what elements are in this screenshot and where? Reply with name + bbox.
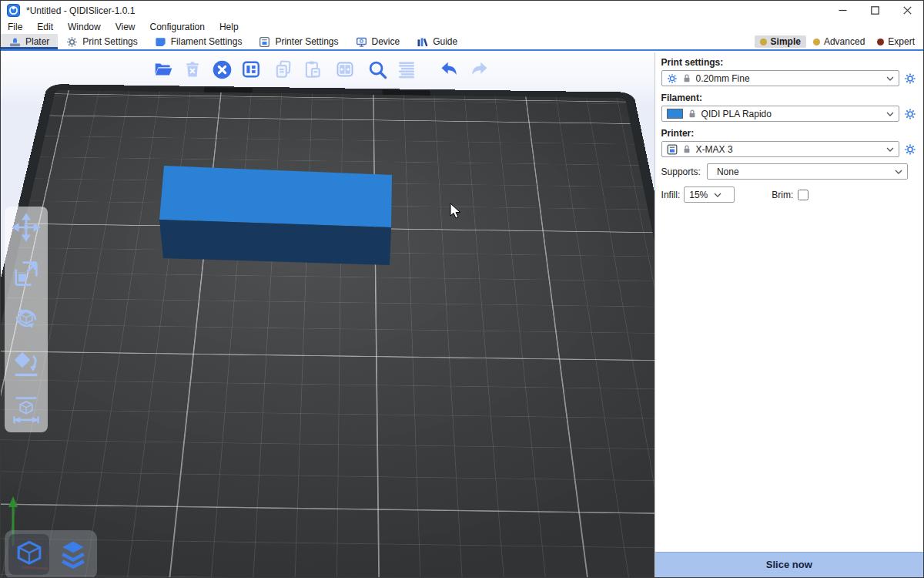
place-on-face-tool-button[interactable] — [11, 348, 42, 382]
edit-print-settings-button[interactable] — [903, 72, 917, 86]
maximize-button[interactable] — [859, 1, 891, 20]
infill-value: 15% — [689, 190, 708, 200]
plater-icon — [9, 36, 21, 48]
mode-label: Expert — [888, 36, 915, 47]
arrange-button[interactable] — [239, 56, 263, 82]
plate-clip — [204, 87, 253, 92]
tab-guide[interactable]: Guide — [408, 34, 466, 49]
slice-now-button[interactable]: Slice now — [655, 552, 923, 577]
paste-button[interactable] — [301, 56, 324, 82]
build-plate — [1, 84, 654, 577]
supports-value: None — [712, 166, 890, 177]
app-window: *Untitled - QIDISlicer-1.0.1 File Edit W… — [0, 0, 924, 578]
tab-device[interactable]: Device — [347, 34, 409, 49]
minimize-icon — [839, 6, 847, 15]
infill-dropdown[interactable]: 15% — [684, 187, 735, 203]
guide-icon — [417, 36, 428, 48]
menu-edit[interactable]: Edit — [37, 22, 53, 32]
edit-filament-button[interactable] — [903, 107, 917, 121]
print-settings-label: Print settings: — [661, 57, 917, 68]
window-title: *Untitled - QIDISlicer-1.0.1 — [26, 5, 135, 16]
printer-label: Printer: — [661, 128, 917, 139]
editor-view-button[interactable] — [8, 534, 49, 575]
window-controls — [826, 1, 923, 20]
brim-checkbox[interactable] — [798, 190, 808, 200]
filament-dropdown[interactable]: QIDI PLA Rapido — [661, 106, 899, 122]
tab-label: Plater — [25, 36, 49, 47]
chevron-down-icon — [886, 112, 894, 116]
tab-label: Device — [372, 36, 400, 47]
tab-label: Filament Settings — [171, 36, 243, 47]
advanced-dot-icon — [813, 39, 820, 45]
gear-icon — [667, 73, 678, 84]
menubar: File Edit Window View Configuration Help — [1, 20, 923, 34]
menu-help[interactable]: Help — [219, 22, 239, 32]
split-objects-button[interactable] — [333, 56, 357, 82]
tab-label: Printer Settings — [275, 36, 338, 47]
close-button[interactable] — [891, 1, 923, 20]
layers-stack-icon — [55, 537, 91, 573]
measure-tool-button[interactable] — [11, 393, 42, 428]
redo-icon — [468, 59, 490, 80]
filament-value: QIDI PLA Rapido — [701, 109, 882, 119]
lock-icon — [682, 144, 691, 154]
menu-view[interactable]: View — [116, 22, 136, 32]
preview-view-button[interactable] — [52, 534, 93, 575]
close-icon — [903, 6, 912, 15]
minimize-button[interactable] — [826, 1, 859, 20]
undo-button[interactable] — [438, 56, 461, 82]
mode-simple[interactable]: Simple — [755, 35, 806, 48]
printer-value: X-MAX 3 — [696, 144, 882, 155]
mode-selector: Simple Advanced Expert — [755, 34, 923, 49]
gear-icon — [904, 143, 916, 156]
tab-printer-settings[interactable]: Printer Settings — [250, 34, 346, 49]
gear-icon — [904, 72, 916, 85]
device-icon — [356, 36, 367, 48]
filament-color-swatch — [667, 109, 683, 119]
move-tool-button[interactable] — [11, 211, 42, 246]
scale-tool-button[interactable] — [11, 257, 42, 291]
open-button[interactable] — [152, 56, 175, 82]
printer-icon — [667, 144, 678, 155]
delete-all-icon — [212, 59, 233, 80]
supports-row: Supports: None — [661, 163, 917, 180]
maximize-icon — [871, 6, 879, 15]
delete-button[interactable] — [181, 56, 204, 82]
expert-dot-icon — [877, 39, 884, 45]
delete-all-button[interactable] — [210, 56, 233, 82]
menu-file[interactable]: File — [8, 22, 22, 32]
menu-configuration[interactable]: Configuration — [150, 22, 205, 32]
mode-advanced[interactable]: Advanced — [808, 35, 870, 48]
undo-icon — [439, 59, 460, 80]
viewport-3d-canvas[interactable] — [1, 52, 654, 577]
tab-print-settings[interactable]: Print Settings — [58, 34, 146, 49]
lock-icon — [682, 73, 691, 83]
tab-plater[interactable]: Plater — [1, 34, 58, 49]
menu-window[interactable]: Window — [68, 22, 101, 32]
rotate-icon — [11, 302, 42, 334]
mode-expert[interactable]: Expert — [872, 35, 920, 48]
print-settings-dropdown[interactable]: 0.20mm Fine — [661, 70, 899, 86]
supports-dropdown[interactable]: None — [707, 163, 908, 180]
variable-layer-height-button[interactable] — [395, 56, 418, 82]
settings-panel: Print settings: 0.20mm Fine — [654, 52, 923, 577]
3d-view-cube-icon — [12, 537, 47, 573]
printer-dropdown[interactable]: X-MAX 3 — [661, 141, 899, 157]
tab-filament-settings[interactable]: Filament Settings — [146, 34, 251, 49]
tab-label: Guide — [433, 36, 457, 47]
model-box-front-face[interactable] — [159, 220, 391, 265]
tab-label: Print Settings — [82, 36, 137, 47]
brim-label: Brim: — [772, 190, 793, 200]
gear-icon — [904, 108, 916, 120]
redo-button[interactable] — [467, 56, 490, 82]
search-button[interactable] — [366, 56, 389, 82]
chevron-down-icon — [895, 170, 902, 174]
filament-label: Filament: — [661, 92, 917, 103]
rotate-tool-button[interactable] — [11, 302, 42, 337]
copy-button[interactable] — [272, 56, 295, 82]
supports-label: Supports: — [661, 166, 701, 177]
edit-printer-button[interactable] — [903, 143, 917, 156]
scale-icon — [11, 257, 42, 289]
model-box-top-face[interactable] — [159, 166, 392, 227]
build-plate-grid — [1, 90, 654, 577]
